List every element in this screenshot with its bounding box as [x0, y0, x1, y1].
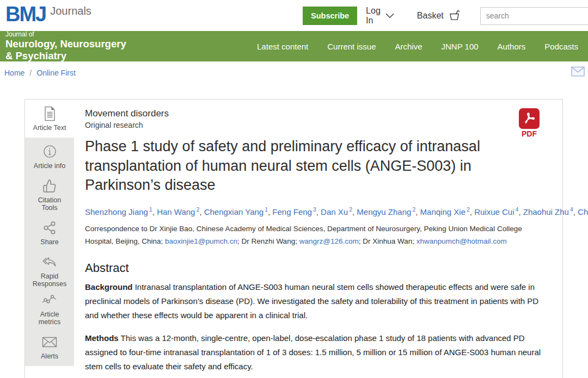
sidebar-tab-label: Article info	[34, 162, 65, 170]
breadcrumb-online-first[interactable]: Online First	[36, 69, 76, 77]
journal-name-line2: & Psychiatry	[5, 50, 126, 62]
logo-area: BMJ Journals	[5, 2, 91, 27]
article-metrics-icon	[42, 292, 57, 308]
sidebar-tab[interactable]: Share	[25, 214, 74, 252]
basket-icon	[448, 9, 462, 23]
sidebar-tab[interactable]: Alerts	[25, 328, 74, 366]
journal-navbar: Journal of Neurology, Neurosurgery & Psy…	[0, 31, 588, 61]
correspondence: Correspondence to Dr Xinjie Bao, Chinese…	[85, 223, 552, 248]
sidebar-tab[interactable]: Article info	[25, 138, 74, 176]
author-link[interactable]: Mengyu Zhang	[357, 207, 411, 216]
nav-item[interactable]: Current issue	[327, 42, 376, 51]
bmj-logo[interactable]: BMJ	[5, 2, 46, 27]
correspondence-text: ; Dr Xinhua Wan;	[359, 237, 416, 245]
sidebar-tab[interactable]: Article metrics	[25, 290, 74, 328]
author-link[interactable]: Manqing Xie	[420, 207, 465, 216]
email-icon[interactable]	[571, 66, 585, 79]
author-link[interactable]: Chengxian Yang	[204, 207, 264, 216]
subscribe-button[interactable]: Subscribe	[303, 7, 357, 25]
author: Manqing Xie2,	[420, 207, 475, 216]
author: Dan Xu2,	[321, 207, 357, 216]
author-separator: ,	[518, 207, 523, 216]
author: Feng Feng3,	[272, 207, 321, 216]
author-separator: ,	[199, 207, 204, 216]
pdf-label: PDF	[517, 129, 542, 138]
nav-item[interactable]: Podcasts	[544, 42, 578, 51]
sidebar: Article Text Article info Citation Tools…	[25, 100, 74, 378]
nav-item[interactable]: Authors	[498, 42, 526, 51]
author-separator: ,	[316, 207, 321, 216]
author-link[interactable]: Zhaohui Zhu	[523, 207, 569, 216]
journal-name-line1: Neurology, Neurosurgery	[5, 38, 126, 50]
top-header: BMJ Journals Subscribe Log In Basket Sea…	[0, 0, 588, 31]
author-separator: ,	[152, 207, 157, 216]
author-link[interactable]: Dan Xu	[321, 207, 348, 216]
email-link[interactable]: xhwanpumch@hotmail.com	[416, 237, 507, 245]
alerts-icon	[42, 334, 57, 350]
header-actions: Subscribe Log In Basket Search	[303, 6, 588, 26]
article-title: Phase 1 study of safety and preliminary …	[85, 137, 520, 195]
article-subsection: Original research	[85, 121, 552, 129]
sidebar-tab-label: Article Text	[33, 124, 66, 132]
pdf-download[interactable]: PDF	[517, 108, 542, 138]
author-link[interactable]: Han Wang	[157, 207, 195, 216]
search-input[interactable]	[480, 7, 588, 25]
author-separator: ,	[415, 207, 420, 216]
sidebar-tab[interactable]: Citation Tools	[25, 176, 74, 214]
email-link[interactable]: baoxinjie1@pumch.cn	[165, 237, 237, 245]
nav-links: Latest contentCurrent issueArchiveJNNP 1…	[257, 42, 583, 51]
journal-prefix: Journal of	[5, 30, 126, 38]
logo-journals-text: Journals	[50, 5, 91, 27]
sidebar-tab-label: Share	[40, 238, 58, 246]
correspondence-text: ; Dr Renzhi Wang;	[237, 237, 299, 245]
article-info-icon	[42, 144, 57, 160]
sidebar-tab-label: Alerts	[41, 352, 58, 360]
author-link[interactable]: Feng Feng	[272, 207, 312, 216]
paragraph-label: Background	[85, 282, 133, 292]
author-link[interactable]: Shenzhong Jiang	[85, 207, 148, 216]
sidebar-tab-label: Citation Tools	[30, 196, 69, 212]
author: Chenhao Jia4,	[578, 207, 588, 216]
author-separator: ,	[470, 207, 474, 216]
paragraph-label: Methods	[85, 333, 119, 343]
email-link[interactable]: wangrz@126.com	[299, 237, 359, 245]
breadcrumb-home[interactable]: Home	[4, 69, 24, 77]
author: Shenzhong Jiang1,	[85, 207, 157, 216]
article-text-icon	[43, 106, 57, 122]
nav-item[interactable]: JNNP 100	[442, 42, 479, 51]
login-label: Log In	[366, 6, 381, 26]
abstract-paragraphs: Background Intranasal transplantation of…	[85, 280, 552, 374]
correspondence-part: xhwanpumch@hotmail.com	[416, 237, 507, 245]
nav-item[interactable]: Archive	[395, 42, 422, 51]
sidebar-tab[interactable]: Article Text	[25, 100, 74, 138]
correspondence-part: wangrz@126.com	[299, 237, 359, 245]
author: Ruixue Cui4,	[474, 207, 523, 216]
breadcrumb: Home / Online First	[0, 61, 588, 84]
citation-tools-icon	[42, 178, 57, 194]
abstract-heading: Abstract	[85, 261, 552, 275]
nav-item[interactable]: Latest content	[257, 42, 308, 51]
author: Mengyu Zhang2,	[357, 207, 420, 216]
article-card: Article Text Article info Citation Tools…	[24, 99, 563, 378]
breadcrumb-separator: /	[29, 69, 32, 77]
author-link[interactable]: Chenhao Jia	[578, 207, 588, 216]
author: Han Wang2,	[157, 207, 204, 216]
article-section: Movement disorders	[85, 108, 552, 119]
share-icon	[42, 220, 57, 236]
correspondence-part: baoxinjie1@pumch.cn	[165, 237, 237, 245]
basket-label: Basket	[417, 11, 444, 21]
pdf-icon	[519, 108, 540, 129]
rapid-responses-icon	[42, 254, 58, 270]
journal-title-link[interactable]: Journal of Neurology, Neurosurgery & Psy…	[5, 30, 126, 63]
basket-button[interactable]: Basket	[417, 9, 462, 23]
article-content: PDF Movement disorders Original research…	[74, 100, 562, 378]
author-link[interactable]: Ruixue Cui	[474, 207, 514, 216]
sidebar-tab[interactable]: Rapid Responses	[25, 252, 74, 290]
search-box: Search	[480, 7, 588, 25]
chevron-down-icon	[385, 11, 394, 21]
login-menu[interactable]: Log In	[366, 6, 394, 26]
author-list: Shenzhong Jiang1, Han Wang2, Chengxian Y…	[85, 205, 520, 219]
author: Zhaohui Zhu4,	[523, 207, 578, 216]
author-separator: ,	[573, 207, 578, 216]
sidebar-tab-label: Rapid Responses	[30, 272, 69, 288]
